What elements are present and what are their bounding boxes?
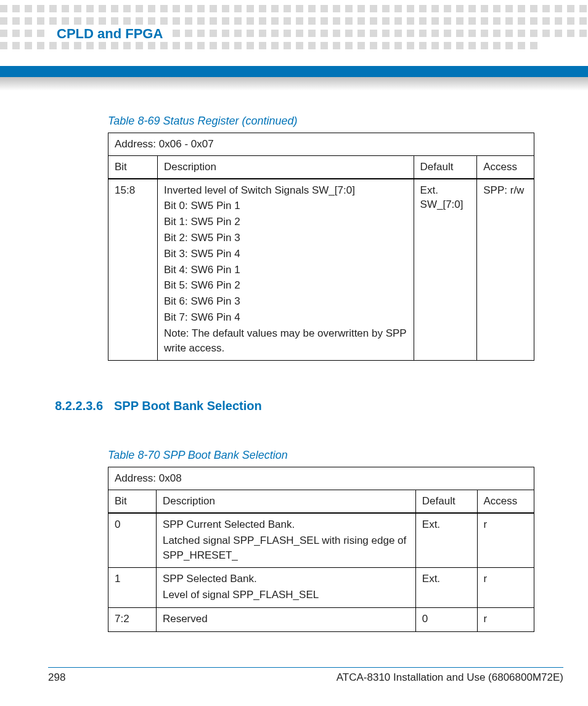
- table-70-caption: Table 8-70 SPP Boot Bank Selection: [108, 449, 539, 462]
- chapter-title: CPLD and FPGA: [48, 26, 171, 42]
- cell-default: Ext.: [415, 513, 477, 568]
- desc-line: Bit 4: SW6 Pin 1: [164, 263, 407, 277]
- cell-desc: SPP Current Selected Bank.Latched signal…: [156, 513, 415, 568]
- desc-line: Latched signal SPP_FLASH_SEL with rising…: [163, 533, 409, 563]
- col-header-default: Default: [414, 155, 477, 178]
- page-footer: 298 ATCA-8310 Installation and Use (6806…: [48, 667, 563, 684]
- cell-default: Ext. SW_[7:0]: [414, 179, 477, 361]
- cell-bit: 7:2: [108, 607, 157, 631]
- table-row: 1SPP Selected Bank.Level of signal SPP_F…: [108, 568, 534, 608]
- doc-title: ATCA-8310 Installation and Use (6806800M…: [337, 671, 563, 684]
- desc-line: Bit 3: SW5 Pin 4: [164, 247, 407, 261]
- cell-default: 0: [415, 607, 477, 631]
- cell-access: r: [477, 513, 534, 568]
- table-70-address: Address: 0x08: [108, 467, 534, 490]
- cell-desc: Inverted level of Switch Signals SW_[7:0…: [157, 179, 414, 361]
- desc-line: Level of signal SPP_FLASH_SEL: [163, 588, 409, 602]
- table-69-address: Address: 0x06 - 0x07: [108, 133, 534, 156]
- page: CPLD and FPGA Table 8-69 Status Register…: [0, 0, 588, 706]
- cell-bit: 1: [108, 568, 157, 608]
- desc-line: SPP Selected Bank.: [163, 572, 409, 586]
- desc-line: Bit 6: SW6 Pin 3: [164, 294, 407, 309]
- section-title: SPP Boot Bank Selection: [114, 399, 262, 413]
- desc-line: Bit 7: SW6 Pin 4: [164, 310, 407, 325]
- desc-line: Inverted level of Switch Signals SW_[7:0…: [164, 183, 407, 198]
- table-row: 0SPP Current Selected Bank.Latched signa…: [108, 513, 534, 568]
- desc-line: Reserved: [163, 612, 409, 626]
- col-header-desc: Description: [157, 155, 414, 178]
- cell-desc: SPP Selected Bank.Level of signal SPP_FL…: [156, 568, 415, 608]
- col-header-default: Default: [415, 490, 477, 513]
- section-heading: 8.2.2.3.6 SPP Boot Bank Selection: [108, 399, 539, 413]
- cell-bit: 15:8: [108, 179, 158, 361]
- desc-line: Bit 1: SW5 Pin 2: [164, 215, 407, 229]
- page-number: 298: [48, 671, 65, 684]
- cell-access: SPP: r/w: [477, 179, 534, 361]
- col-header-bit: Bit: [108, 155, 158, 178]
- col-header-access: Access: [477, 155, 534, 178]
- cell-access: r: [477, 607, 534, 631]
- table-row: 15:8 Inverted level of Switch Signals SW…: [108, 179, 534, 361]
- table-69-caption: Table 8-69 Status Register (continued): [108, 115, 539, 128]
- header-gradient-bar: [0, 77, 588, 91]
- section-number: 8.2.2.3.6: [54, 399, 103, 413]
- desc-line: Note: The default values may be overwrit…: [164, 326, 407, 356]
- desc-line: Bit 0: SW5 Pin 1: [164, 199, 407, 213]
- col-header-desc: Description: [156, 490, 415, 513]
- cell-desc: Reserved: [156, 607, 415, 631]
- cell-default: Ext.: [415, 568, 477, 608]
- desc-line: SPP Current Selected Bank.: [163, 517, 409, 532]
- table-70: Address: 0x08 Bit Description Default Ac…: [108, 467, 534, 631]
- cell-bit: 0: [108, 513, 157, 568]
- cell-access: r: [477, 568, 534, 608]
- col-header-access: Access: [477, 490, 534, 513]
- table-row: 7:2Reserved0r: [108, 607, 534, 631]
- header-blue-bar: [0, 66, 588, 77]
- table-69: Address: 0x06 - 0x07 Bit Description Def…: [108, 133, 534, 361]
- desc-line: Bit 2: SW5 Pin 3: [164, 231, 407, 245]
- desc-line: Bit 5: SW6 Pin 2: [164, 278, 407, 293]
- col-header-bit: Bit: [108, 490, 157, 513]
- content-area: Table 8-69 Status Register (continued) A…: [108, 115, 539, 632]
